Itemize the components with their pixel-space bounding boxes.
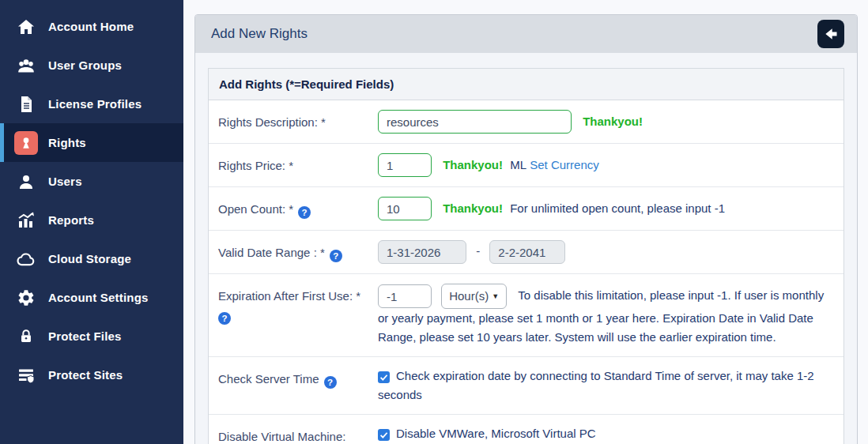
user-groups-icon xyxy=(14,54,38,77)
row-valid-date-range: Valid Date Range : *? - xyxy=(209,231,843,274)
expiration-unit-select[interactable]: Hour(s) ▼ xyxy=(441,284,507,309)
expiration-label: Expiration After First Use: * xyxy=(218,289,360,303)
check-server-time-checkbox[interactable] xyxy=(378,371,390,383)
open-count-input[interactable] xyxy=(378,197,432,220)
sidebar-item-label: Users xyxy=(48,175,82,188)
sidebar-item-label: Reports xyxy=(48,213,94,227)
sidebar-item-cloud-storage[interactable]: Cloud Storage xyxy=(0,239,183,278)
open-count-help-icon[interactable]: ? xyxy=(298,206,311,219)
valid-date-end-input[interactable] xyxy=(489,240,565,264)
valid-date-range-help-icon[interactable]: ? xyxy=(330,250,342,262)
check-server-time-help-icon[interactable]: ? xyxy=(324,376,337,389)
rights-price-input[interactable] xyxy=(378,153,432,177)
row-check-server-time: Check Server Time? Check expiration date… xyxy=(209,357,843,415)
home-icon xyxy=(14,15,38,39)
sidebar: Account Home User Groups License Profile… xyxy=(0,0,183,444)
card-header: Add New Rights xyxy=(195,15,857,53)
rights-price-status: Thankyou! xyxy=(443,158,503,171)
open-count-hint: For unlimited open count, please input -… xyxy=(510,201,725,215)
sidebar-item-label: User Groups xyxy=(48,58,122,72)
set-currency-link[interactable]: Set Currency xyxy=(530,158,599,171)
sidebar-item-label: Rights xyxy=(48,136,86,149)
rights-price-label: Rights Price: * xyxy=(218,153,378,177)
expiration-unit-value: Hour(s) xyxy=(449,287,489,306)
disable-vm-text: Disable VMWare, Microsoft Virtual PC xyxy=(396,427,596,440)
sidebar-item-label: License Profiles xyxy=(48,97,142,111)
sidebar-item-protect-sites[interactable]: Protect Sites xyxy=(0,356,183,394)
row-expiration-after-first-use: Expiration After First Use: * ? Hour(s) … xyxy=(209,274,843,357)
sidebar-item-label: Account Home xyxy=(48,20,134,33)
sidebar-item-rights[interactable]: Rights xyxy=(0,123,183,162)
sidebar-item-label: Cloud Storage xyxy=(48,252,131,265)
sidebar-item-account-settings[interactable]: Account Settings xyxy=(0,278,183,317)
document-icon xyxy=(14,92,38,116)
sidebar-item-label: Account Settings xyxy=(48,291,149,304)
rights-description-input[interactable] xyxy=(378,110,572,134)
sidebar-item-label: Protect Files xyxy=(48,329,122,343)
add-rights-panel: Add Rights (*=Required Fields) Rights De… xyxy=(208,68,844,444)
lock-icon xyxy=(14,325,38,348)
sidebar-item-user-groups[interactable]: User Groups xyxy=(0,46,183,85)
expiration-value-input[interactable] xyxy=(378,284,432,308)
user-icon xyxy=(14,170,38,194)
chevron-down-icon: ▼ xyxy=(492,291,499,302)
sidebar-item-account-home[interactable]: Account Home xyxy=(0,7,183,46)
gear-icon xyxy=(14,286,38,310)
row-disable-virtual-machine: Disable Virtual Machine: Disable VMWare,… xyxy=(209,415,843,444)
sidebar-item-users[interactable]: Users xyxy=(0,162,183,201)
rights-description-status: Thankyou! xyxy=(583,115,643,128)
add-new-rights-card: Add New Rights Add Rights (*=Required Fi… xyxy=(194,14,858,444)
valid-date-range-label: Valid Date Range : * xyxy=(218,246,325,259)
active-accent-bar xyxy=(0,123,4,162)
currency-code: ML xyxy=(510,158,526,171)
sites-shield-icon xyxy=(14,363,38,387)
row-open-count: Open Count: *? Thankyou! For unlimited o… xyxy=(209,187,843,231)
main-content: Add New Rights Add Rights (*=Required Fi… xyxy=(183,0,868,444)
bar-chart-icon xyxy=(14,209,38,232)
row-rights-price: Rights Price: * Thankyou! ML Set Currenc… xyxy=(209,144,843,187)
sidebar-item-reports[interactable]: Reports xyxy=(0,201,183,239)
sidebar-item-protect-files[interactable]: Protect Files xyxy=(0,317,183,356)
open-count-label: Open Count: * xyxy=(218,202,293,216)
disable-vm-checkbox[interactable] xyxy=(378,429,390,441)
row-rights-description: Rights Description: * Thankyou! xyxy=(209,100,843,144)
check-server-time-text: Check expiration date by connecting to S… xyxy=(378,369,814,401)
expiration-help-icon[interactable]: ? xyxy=(218,312,231,325)
disable-vm-label: Disable Virtual Machine: xyxy=(218,424,378,444)
check-server-time-label: Check Server Time xyxy=(218,372,319,386)
date-range-separator: - xyxy=(476,244,480,258)
cloud-icon xyxy=(14,247,38,271)
open-count-status: Thankyou! xyxy=(443,201,503,215)
panel-title: Add Rights (*=Required Fields) xyxy=(209,69,843,100)
back-arrow-icon xyxy=(823,26,839,42)
rights-description-label: Rights Description: * xyxy=(218,110,378,134)
rights-key-icon xyxy=(14,131,38,155)
sidebar-item-label: Protect Sites xyxy=(48,368,123,382)
page-title: Add New Rights xyxy=(211,26,308,42)
back-button[interactable] xyxy=(817,20,844,48)
valid-date-start-input[interactable] xyxy=(378,240,466,264)
sidebar-item-license-profiles[interactable]: License Profiles xyxy=(0,85,183,123)
